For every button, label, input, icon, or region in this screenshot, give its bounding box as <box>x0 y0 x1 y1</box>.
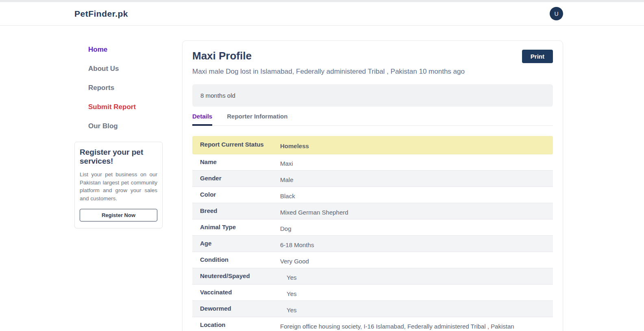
row-value: Yes <box>280 268 553 284</box>
row-label: Neutered/Spayed <box>192 268 280 284</box>
table-row-dewormed: Dewormed Yes <box>192 301 553 317</box>
table-row-age: Age 6-18 Months <box>192 236 553 252</box>
row-value: Foreign office housing society, I-16 Isl… <box>280 317 553 331</box>
table-row-name: Name Maxi <box>192 154 553 171</box>
table-row-breed: Breed Mixed German Shepherd <box>192 203 553 219</box>
tab-bar: Details Reporter Information <box>192 113 553 126</box>
details-table: Report Current Status Homeless Name Maxi… <box>192 136 553 331</box>
sidebar-nav: Home About Us Reports Submit Report Our … <box>74 40 163 129</box>
sidebar-item-about-us[interactable]: About Us <box>88 65 163 72</box>
row-value: Yes <box>280 301 553 317</box>
table-row-condition: Condition Very Good <box>192 252 553 268</box>
sidebar-item-our-blog[interactable]: Our Blog <box>88 123 163 129</box>
register-now-button[interactable]: Register Now <box>80 209 157 221</box>
promo-body: List your pet business on our Pakistan l… <box>80 171 157 202</box>
row-value: Homeless <box>280 136 553 154</box>
row-label: Location <box>192 317 280 331</box>
row-label: Age <box>192 236 280 252</box>
promo-title: Register your pet services! <box>80 148 157 166</box>
row-value: Yes <box>280 285 553 300</box>
row-value: Dog <box>280 219 553 235</box>
print-button[interactable]: Print <box>522 50 553 63</box>
table-row-status: Report Current Status Homeless <box>192 136 553 154</box>
sidebar-item-submit-report[interactable]: Submit Report <box>88 103 163 110</box>
row-label: Gender <box>192 171 280 186</box>
row-label: Report Current Status <box>192 136 280 154</box>
table-row-neutered-spayed: Neutered/Spayed Yes <box>192 268 553 285</box>
navbar: PetFinder.pk U <box>0 2 644 26</box>
row-label: Condition <box>192 252 280 268</box>
page-layout: Home About Us Reports Submit Report Our … <box>0 26 644 331</box>
tab-details[interactable]: Details <box>192 113 212 126</box>
row-label: Dewormed <box>192 301 280 317</box>
row-value: 6-18 Months <box>280 236 553 252</box>
profile-card: Maxi Profile Print Maxi male Dog lost in… <box>182 40 563 331</box>
row-label: Breed <box>192 203 280 219</box>
user-avatar[interactable]: U <box>550 7 563 20</box>
row-value: Mixed German Shepherd <box>280 203 553 219</box>
table-row-gender: Gender Male <box>192 171 553 187</box>
table-row-animal-type: Animal Type Dog <box>192 219 553 236</box>
table-row-color: Color Black <box>192 187 553 203</box>
row-value: Black <box>280 187 553 203</box>
row-value: Very Good <box>280 252 553 268</box>
tab-reporter-information[interactable]: Reporter Information <box>227 113 287 126</box>
age-banner: 8 months old <box>192 84 553 107</box>
table-row-location: Location Foreign office housing society,… <box>192 317 553 331</box>
profile-subtitle: Maxi male Dog lost in Islamabad, Federal… <box>192 68 553 76</box>
row-value: Male <box>280 171 553 186</box>
row-label: Vaccinated <box>192 285 280 300</box>
sidebar-item-home[interactable]: Home <box>88 46 163 53</box>
brand-logo[interactable]: PetFinder.pk <box>74 9 128 19</box>
sidebar: Home About Us Reports Submit Report Our … <box>74 40 163 228</box>
row-value: Maxi <box>280 154 553 170</box>
row-label: Color <box>192 187 280 203</box>
page-title: Maxi Profile <box>192 50 553 62</box>
row-label: Name <box>192 154 280 170</box>
sidebar-item-reports[interactable]: Reports <box>88 84 163 91</box>
row-label: Animal Type <box>192 219 280 235</box>
register-services-card: Register your pet services! List your pe… <box>74 142 163 228</box>
table-row-vaccinated: Vaccinated Yes <box>192 285 553 301</box>
